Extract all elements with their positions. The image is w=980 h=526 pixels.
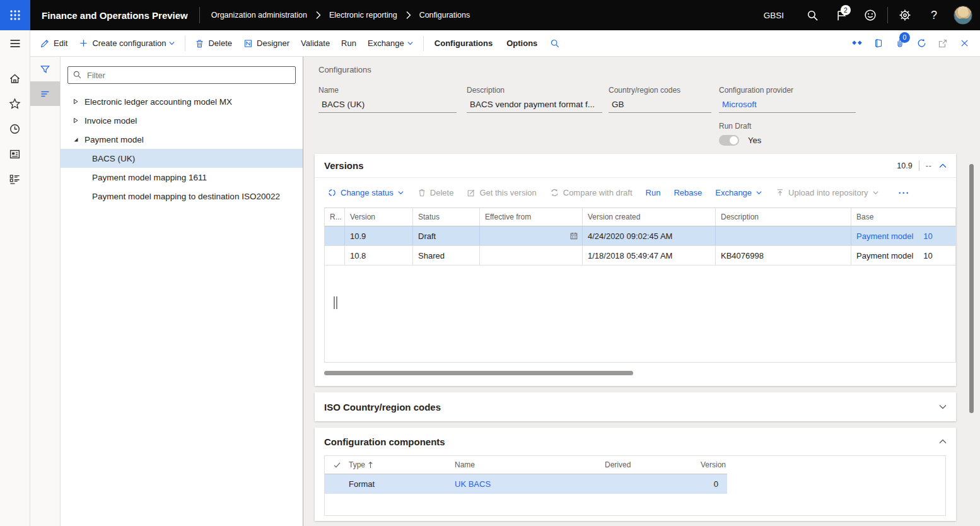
tree-node-payment-model-mapping-iso20022[interactable]: Payment model mapping to destination ISO… — [61, 187, 303, 206]
panel-splitter-handle[interactable] — [334, 296, 337, 309]
configuration-provider-label: Configuration provider — [719, 86, 856, 95]
tree-node-electronic-ledger[interactable]: Electronic ledger accounting model MX — [61, 92, 303, 111]
exchange-version-button[interactable]: Exchange — [715, 188, 762, 197]
exchange-menu-button[interactable]: Exchange — [362, 30, 419, 57]
open-in-new-window-button[interactable] — [932, 30, 954, 57]
close-button[interactable] — [954, 30, 975, 57]
breadcrumb-item[interactable]: Electronic reporting — [329, 11, 397, 20]
favorites-button[interactable] — [0, 91, 30, 116]
collapsed-twisty-icon[interactable] — [72, 98, 79, 105]
breadcrumb-item[interactable]: Organization administration — [211, 11, 307, 20]
glasses-icon — [851, 39, 863, 48]
get-this-version-button[interactable]: Get this version — [467, 188, 536, 197]
column-header-version-created[interactable]: Version created — [583, 208, 716, 226]
country-codes-field-value[interactable]: GB — [609, 98, 711, 113]
home-button[interactable] — [0, 66, 30, 91]
expanded-twisty-icon[interactable] — [72, 136, 79, 143]
effective-from-cell[interactable] — [480, 246, 583, 265]
section-menu-button[interactable]: -- — [926, 161, 932, 170]
base-model-link[interactable]: Payment model — [856, 231, 913, 241]
action-pane-divider — [423, 36, 424, 51]
base-model-text[interactable]: Payment model — [856, 251, 913, 260]
feedback-button[interactable] — [856, 0, 885, 30]
company-picker[interactable]: GBSI — [764, 11, 784, 20]
horizontal-scrollbar-thumb[interactable] — [324, 371, 633, 375]
tree-node-bacs-uk-selected[interactable]: BACS (UK) — [61, 149, 303, 168]
refresh-button[interactable] — [911, 30, 932, 57]
tree-node-payment-model-mapping-1611[interactable]: Payment model mapping 1611 — [61, 168, 303, 187]
smiley-icon — [864, 9, 877, 21]
collapse-section-chevron-up-icon[interactable] — [938, 438, 947, 445]
tree-node-payment-model[interactable]: Payment model — [61, 130, 303, 149]
chevron-right-icon — [405, 11, 411, 20]
name-field-value[interactable]: BACS (UK) — [318, 98, 457, 113]
column-header-type[interactable]: Type — [349, 460, 455, 469]
change-status-button[interactable]: Change status — [327, 188, 404, 197]
column-header-status[interactable]: Status — [413, 208, 480, 226]
version-row-draft[interactable]: 10.9 Draft 4/24/2020 09:02:45 AM Payment… — [325, 226, 955, 246]
attachments-button[interactable]: 0 — [889, 30, 911, 57]
user-avatar[interactable] — [954, 6, 972, 25]
column-header-description[interactable]: Description — [716, 208, 851, 226]
edit-button[interactable]: Edit — [34, 30, 73, 57]
delete-version-button[interactable]: Delete — [417, 188, 454, 197]
designer-button[interactable]: Designer — [238, 30, 295, 57]
run-draft-value: Yes — [748, 136, 761, 145]
search-button[interactable] — [798, 0, 827, 30]
open-in-office-button[interactable] — [868, 30, 889, 57]
version-cell[interactable]: 10.8 — [345, 246, 413, 265]
effective-from-cell[interactable] — [480, 226, 583, 245]
breadcrumb-item[interactable]: Configurations — [419, 11, 470, 20]
tree-node-invoice-model[interactable]: Invoice model — [61, 111, 303, 130]
help-icon: ? — [931, 9, 937, 22]
calendar-icon[interactable] — [569, 231, 578, 240]
delete-button[interactable]: Delete — [189, 30, 238, 57]
configuration-provider-link[interactable]: Microsoft — [719, 98, 856, 113]
vertical-scrollbar-thumb[interactable] — [969, 164, 974, 413]
column-header-r[interactable]: R... — [325, 208, 345, 226]
row-selector-cell[interactable] — [325, 246, 345, 265]
column-header-effective-from[interactable]: Effective from — [480, 208, 583, 226]
expand-section-chevron-down-icon[interactable] — [938, 404, 947, 410]
recent-button[interactable] — [0, 116, 30, 141]
run-version-button[interactable]: Run — [646, 188, 661, 197]
app-title[interactable]: Finance and Operations Preview — [42, 10, 188, 21]
component-row-format[interactable]: Format UK BACS 0 — [325, 474, 727, 494]
tab-options[interactable]: Options — [499, 30, 544, 57]
tree-filter-input[interactable] — [67, 66, 296, 84]
workspaces-button[interactable] — [0, 167, 30, 192]
validate-button[interactable]: Validate — [295, 30, 335, 57]
tab-configurations[interactable]: Configurations — [428, 30, 499, 57]
component-name-link[interactable]: UK BACS — [455, 479, 600, 489]
compare-with-draft-button[interactable]: Compare with draft — [550, 188, 633, 197]
list-pane-button[interactable] — [30, 81, 60, 106]
show-related-button[interactable] — [846, 30, 868, 57]
version-cell[interactable]: 10.9 — [345, 226, 413, 245]
status-cell: Draft — [413, 226, 480, 245]
column-header-base[interactable]: Base — [851, 208, 955, 226]
rebase-button[interactable]: Rebase — [674, 188, 702, 197]
settings-button[interactable] — [890, 0, 919, 30]
collapse-section-chevron-up-icon[interactable] — [938, 163, 947, 169]
run-draft-toggle[interactable] — [719, 135, 739, 146]
app-launcher-button[interactable] — [0, 0, 30, 30]
create-configuration-button[interactable]: Create configuration — [73, 30, 181, 57]
hamburger-menu-button[interactable] — [0, 30, 30, 57]
version-row-shared[interactable]: 10.8 Shared 1/18/2018 05:49:47 AM KB4076… — [325, 246, 955, 266]
collapsed-twisty-icon[interactable] — [72, 117, 79, 124]
column-header-version[interactable]: Version — [701, 460, 727, 469]
row-selector-cell[interactable] — [325, 226, 345, 245]
column-header-derived[interactable]: Derived — [600, 460, 701, 469]
more-commands-button[interactable]: ··· — [899, 187, 910, 198]
checkmark-icon[interactable] — [325, 461, 349, 469]
description-field-value[interactable]: BACS vendor payment format f... — [467, 98, 602, 113]
help-button[interactable]: ? — [919, 0, 948, 30]
upload-into-repository-button[interactable]: Upload into repository — [776, 188, 878, 197]
alerts-button[interactable]: 2 — [827, 0, 856, 30]
action-search-button[interactable] — [544, 30, 566, 57]
news-button[interactable] — [0, 141, 30, 167]
column-header-version[interactable]: Version — [345, 208, 413, 226]
column-header-name[interactable]: Name — [455, 460, 600, 469]
run-button[interactable]: Run — [335, 30, 362, 57]
filter-pane-button[interactable] — [30, 57, 60, 81]
